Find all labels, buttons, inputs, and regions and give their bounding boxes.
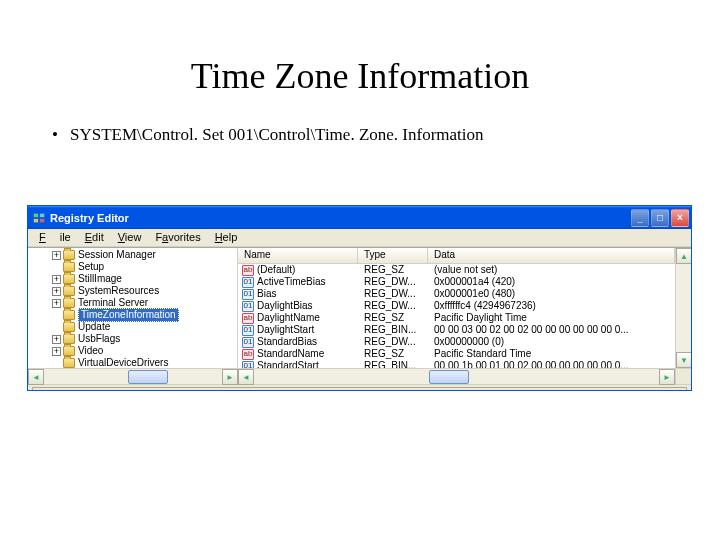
list-scrollbar-h[interactable]: ◄ ►	[238, 368, 675, 384]
tree-item[interactable]: +Session Manager	[28, 249, 237, 261]
tree-label: Setup	[78, 261, 104, 273]
scroll-thumb[interactable]	[429, 370, 469, 384]
scroll-right-icon[interactable]: ►	[659, 369, 675, 385]
scroll-thumb[interactable]	[128, 370, 168, 384]
value-sz-icon: ab	[242, 313, 254, 324]
folder-icon	[63, 274, 75, 284]
scroll-left-icon[interactable]: ◄	[28, 369, 44, 385]
value-data: Pacific Standard Time	[428, 348, 675, 360]
tree-item[interactable]: +Video	[28, 345, 237, 357]
value-type: REG_BIN...	[358, 324, 428, 336]
svg-rect-1	[40, 213, 44, 217]
scrollbar-vertical[interactable]: ▲ ▼	[675, 248, 691, 368]
list-pane[interactable]: Name Type Data ab(Default)REG_SZ(value n…	[238, 248, 675, 368]
value-data: 0x000001a4 (420)	[428, 276, 675, 288]
value-type: REG_DW...	[358, 276, 428, 288]
folder-icon	[63, 286, 75, 296]
value-data: Pacific Daylight Time	[428, 312, 675, 324]
tree-label: StillImage	[78, 273, 122, 285]
tree-item[interactable]: Update	[28, 321, 237, 333]
list-row[interactable]: 01ActiveTimeBiasREG_DW...0x000001a4 (420…	[238, 276, 675, 288]
minimize-button[interactable]: _	[631, 209, 649, 227]
value-type: REG_BIN...	[358, 360, 428, 368]
value-type: REG_DW...	[358, 336, 428, 348]
value-dw-icon: 01	[242, 337, 254, 348]
scroll-left-icon[interactable]: ◄	[238, 369, 254, 385]
menu-favorites[interactable]: Favorites	[148, 229, 207, 246]
menu-view[interactable]: View	[111, 229, 149, 246]
value-data: 0xffffffc4 (4294967236)	[428, 300, 675, 312]
list-header: Name Type Data	[238, 248, 675, 264]
expand-icon[interactable]: +	[52, 287, 61, 296]
value-data: 00 00 03 00 02 00 02 00 00 00 00 00 00 0…	[428, 324, 675, 336]
value-name: DaylightBias	[257, 300, 313, 312]
scroll-down-icon[interactable]: ▼	[676, 352, 692, 368]
col-data[interactable]: Data	[428, 248, 675, 264]
expand-icon[interactable]: +	[52, 299, 61, 308]
close-button[interactable]: ×	[671, 209, 689, 227]
tree-label: SystemResources	[78, 285, 159, 297]
value-dw-icon: 01	[242, 361, 254, 369]
tree-item[interactable]: VirtualDeviceDrivers	[28, 357, 237, 368]
value-type: REG_DW...	[358, 288, 428, 300]
tree-item[interactable]: TimeZoneInformation	[28, 309, 237, 321]
menu-help[interactable]: Help	[208, 229, 245, 246]
status-path: My Computer\HKEY_LOCAL_MACHINE\SYSTEM\Co…	[32, 387, 687, 392]
expand-icon[interactable]: +	[52, 335, 61, 344]
folder-icon	[63, 250, 75, 260]
value-name: StandardStart	[257, 360, 319, 368]
value-data: (value not set)	[428, 264, 675, 276]
expand-icon[interactable]: +	[52, 275, 61, 284]
svg-rect-3	[40, 218, 44, 222]
list-row[interactable]: 01StandardBiasREG_DW...0x00000000 (0)	[238, 336, 675, 348]
list-row[interactable]: ab(Default)REG_SZ(value not set)	[238, 264, 675, 276]
value-type: REG_SZ	[358, 264, 428, 276]
tree-item[interactable]: +SystemResources	[28, 285, 237, 297]
value-dw-icon: 01	[242, 277, 254, 288]
tree-item[interactable]: +UsbFlags	[28, 333, 237, 345]
value-name: DaylightStart	[257, 324, 314, 336]
window-title: Registry Editor	[50, 212, 129, 224]
folder-icon	[63, 358, 75, 368]
tree-label: Update	[78, 321, 110, 333]
folder-icon	[63, 298, 75, 308]
value-name: ActiveTimeBias	[257, 276, 326, 288]
col-name[interactable]: Name	[238, 248, 358, 264]
list-row[interactable]: abStandardNameREG_SZPacific Standard Tim…	[238, 348, 675, 360]
scroll-up-icon[interactable]: ▲	[676, 248, 692, 264]
list-row[interactable]: 01BiasREG_DW...0x000001e0 (480)	[238, 288, 675, 300]
value-data: 0x000001e0 (480)	[428, 288, 675, 300]
expand-icon[interactable]: +	[52, 251, 61, 260]
slide-bullet: •SYSTEM\Control. Set 001\Control\Time. Z…	[0, 97, 720, 145]
value-sz-icon: ab	[242, 349, 254, 360]
expand-icon[interactable]: +	[52, 347, 61, 356]
col-type[interactable]: Type	[358, 248, 428, 264]
folder-icon	[63, 322, 75, 332]
titlebar[interactable]: Registry Editor _ □ ×	[28, 206, 691, 229]
tree-item[interactable]: Setup	[28, 261, 237, 273]
folder-icon	[63, 262, 75, 272]
menu-edit[interactable]: Edit	[78, 229, 111, 246]
registry-editor-window: Registry Editor _ □ × File Edit View Fav…	[27, 205, 692, 391]
tree-pane[interactable]: +Session ManagerSetup+StillImage+SystemR…	[28, 248, 238, 368]
menu-file[interactable]: File	[32, 229, 78, 246]
value-name: Bias	[257, 288, 276, 300]
list-row[interactable]: 01DaylightBiasREG_DW...0xffffffc4 (42949…	[238, 300, 675, 312]
registry-icon	[32, 211, 46, 225]
folder-icon	[63, 346, 75, 356]
maximize-button[interactable]: □	[651, 209, 669, 227]
value-type: REG_SZ	[358, 348, 428, 360]
folder-icon	[63, 334, 75, 344]
value-name: DaylightName	[257, 312, 320, 324]
slide-title: Time Zone Information	[0, 0, 720, 97]
value-dw-icon: 01	[242, 325, 254, 336]
tree-item[interactable]: +StillImage	[28, 273, 237, 285]
list-row[interactable]: 01DaylightStartREG_BIN...00 00 03 00 02 …	[238, 324, 675, 336]
list-row[interactable]: 01StandardStartREG_BIN...00 00 1b 00 01 …	[238, 360, 675, 368]
value-name: StandardName	[257, 348, 324, 360]
tree-scrollbar-h[interactable]: ◄ ►	[28, 368, 238, 384]
scroll-right-icon[interactable]: ►	[222, 369, 238, 385]
value-name: (Default)	[257, 264, 295, 276]
value-type: REG_DW...	[358, 300, 428, 312]
list-row[interactable]: abDaylightNameREG_SZPacific Daylight Tim…	[238, 312, 675, 324]
